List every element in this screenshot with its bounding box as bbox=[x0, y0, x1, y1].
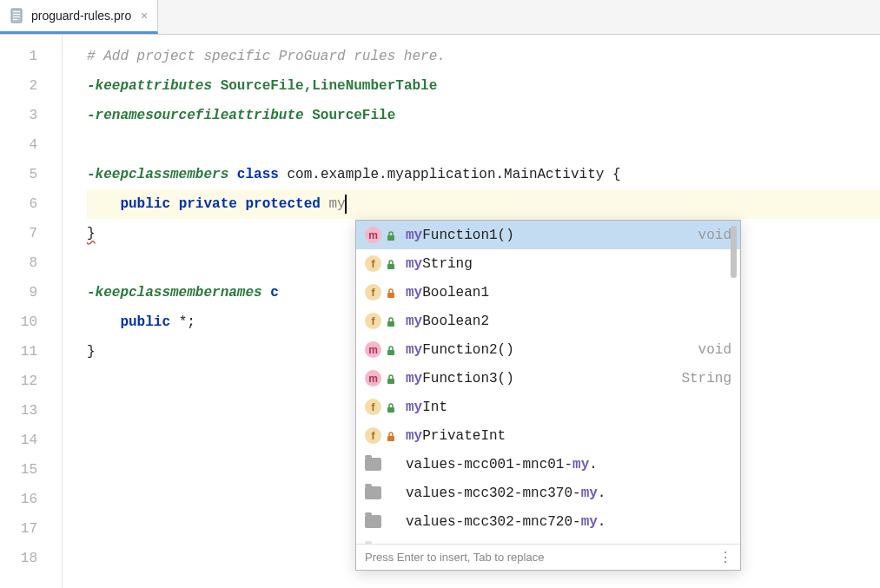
keyword: -keepattributes bbox=[87, 78, 212, 94]
autocomplete-item[interactable]: values-mcc302-mnc720-my. bbox=[356, 507, 740, 536]
modifier-public: public bbox=[120, 314, 170, 330]
autocomplete-list: mmyFunction1()voidfmyStringfmyBoolean1fm… bbox=[356, 221, 740, 544]
tab-close-icon[interactable]: × bbox=[138, 10, 150, 22]
line-number: 6 bbox=[0, 189, 62, 219]
line-number: 12 bbox=[0, 367, 62, 396]
folder-icon bbox=[365, 486, 381, 499]
file-icon bbox=[9, 7, 24, 24]
autocomplete-item[interactable]: fmyString bbox=[356, 249, 740, 278]
item-label: values-mcc001-mnc01-my. bbox=[406, 457, 731, 472]
item-label: values-mcc302-mnc720-my. bbox=[406, 514, 731, 530]
svg-rect-6 bbox=[387, 264, 394, 269]
field-badge-icon: f bbox=[365, 313, 381, 329]
svg-rect-8 bbox=[387, 321, 394, 327]
line-number: 2 bbox=[0, 71, 62, 101]
caret bbox=[345, 195, 347, 214]
svg-rect-3 bbox=[13, 17, 20, 17]
svg-rect-5 bbox=[387, 235, 394, 241]
method-badge-icon: m bbox=[365, 341, 381, 358]
public-lock-icon bbox=[387, 345, 395, 355]
item-label: myFunction1() bbox=[406, 228, 693, 243]
item-label: values-mcc302-mnc370-my. bbox=[406, 486, 731, 501]
line-number: 11 bbox=[0, 337, 62, 367]
field-badge-icon: f bbox=[365, 427, 381, 444]
line-number: 3 bbox=[0, 101, 62, 130]
item-label: myBoolean2 bbox=[406, 314, 731, 329]
autocomplete-item[interactable]: mmyFunction2()void bbox=[356, 335, 740, 364]
svg-rect-1 bbox=[13, 11, 20, 12]
public-lock-icon bbox=[387, 517, 395, 527]
method-badge-icon: m bbox=[365, 227, 381, 243]
line-number: 5 bbox=[0, 160, 62, 189]
autocomplete-item[interactable]: values-mcc310-mnc030-my. bbox=[356, 536, 740, 544]
folder-icon bbox=[365, 515, 381, 528]
line-number: 14 bbox=[0, 426, 62, 455]
public-lock-icon bbox=[387, 230, 395, 241]
comment: # Add project specific ProGuard rules he… bbox=[87, 49, 446, 64]
svg-rect-9 bbox=[387, 350, 394, 355]
field-badge-icon: f bbox=[365, 399, 381, 415]
typed-text: my bbox=[328, 196, 345, 212]
public-lock-icon bbox=[387, 259, 395, 269]
more-icon[interactable]: ⋮ bbox=[718, 549, 731, 565]
line-number: 7 bbox=[0, 219, 62, 248]
autocomplete-item[interactable]: mmyFunction1()void bbox=[356, 221, 740, 249]
item-label: myInt bbox=[406, 400, 731, 415]
svg-rect-7 bbox=[387, 293, 394, 298]
line-number: 10 bbox=[0, 307, 62, 337]
svg-rect-2 bbox=[13, 14, 20, 15]
item-type: void bbox=[698, 342, 731, 358]
svg-rect-12 bbox=[387, 436, 394, 441]
class-keyword-partial: c bbox=[270, 285, 279, 301]
autocomplete-item[interactable]: fmyBoolean2 bbox=[356, 307, 740, 335]
field-badge-icon: f bbox=[365, 284, 381, 301]
private-lock-icon bbox=[387, 431, 395, 441]
autocomplete-item[interactable]: values-mcc001-mnc01-my. bbox=[356, 450, 740, 479]
autocomplete-item[interactable]: fmyInt bbox=[356, 393, 740, 421]
line-number: 17 bbox=[0, 514, 62, 544]
svg-rect-10 bbox=[387, 379, 394, 384]
line-number: 15 bbox=[0, 455, 62, 485]
keyword: -keepclassmembers bbox=[87, 167, 228, 182]
class-fqn: com.example.myapplication.MainActivity { bbox=[287, 167, 620, 182]
public-lock-icon bbox=[387, 402, 395, 413]
line-gutter: 123456789101112131415161718 bbox=[0, 35, 63, 588]
svg-rect-4 bbox=[13, 19, 17, 20]
item-label: myString bbox=[406, 256, 731, 272]
keyword: -renamesourcefileattribute bbox=[87, 108, 304, 123]
method-badge-icon: m bbox=[365, 370, 381, 386]
editor-tab[interactable]: proguard-rules.pro × bbox=[0, 0, 158, 34]
popup-footer: Press Enter to insert, Tab to replace ⋮ bbox=[356, 544, 740, 570]
item-label: myBoolean1 bbox=[406, 285, 731, 301]
item-type: String bbox=[681, 371, 731, 386]
identifier: SourceFile,LineNumberTable bbox=[221, 78, 438, 94]
current-line: public private protected my bbox=[87, 189, 880, 219]
autocomplete-popup[interactable]: mmyFunction1()voidfmyStringfmyBoolean1fm… bbox=[355, 220, 741, 571]
public-lock-icon bbox=[387, 316, 395, 327]
autocomplete-item[interactable]: mmyFunction3()String bbox=[356, 364, 740, 393]
wildcard: *; bbox=[179, 314, 195, 330]
autocomplete-item[interactable]: values-mcc302-mnc370-my. bbox=[356, 479, 740, 507]
popup-scrollbar[interactable] bbox=[731, 226, 737, 278]
item-label: myPrivateInt bbox=[406, 428, 731, 444]
tab-filename: proguard-rules.pro bbox=[31, 9, 131, 23]
folder-icon bbox=[365, 458, 381, 471]
modifier-protected: protected bbox=[245, 196, 320, 212]
line-number: 16 bbox=[0, 485, 62, 514]
identifier: SourceFile bbox=[312, 108, 395, 123]
item-label: values-mcc310-mnc030-my. bbox=[406, 543, 731, 545]
autocomplete-item[interactable]: fmyBoolean1 bbox=[356, 278, 740, 307]
public-lock-icon bbox=[387, 459, 395, 470]
line-number: 18 bbox=[0, 544, 62, 573]
svg-rect-11 bbox=[387, 407, 394, 413]
public-lock-icon bbox=[387, 488, 395, 499]
class-keyword: class bbox=[237, 167, 279, 182]
modifier-public: public bbox=[120, 196, 170, 212]
autocomplete-item[interactable]: fmyPrivateInt bbox=[356, 421, 740, 450]
field-badge-icon: f bbox=[365, 255, 381, 272]
item-label: myFunction2() bbox=[406, 342, 693, 358]
line-number: 1 bbox=[0, 42, 62, 71]
item-label: myFunction3() bbox=[406, 371, 676, 386]
line-number: 9 bbox=[0, 278, 62, 307]
close-brace: } bbox=[87, 344, 96, 360]
